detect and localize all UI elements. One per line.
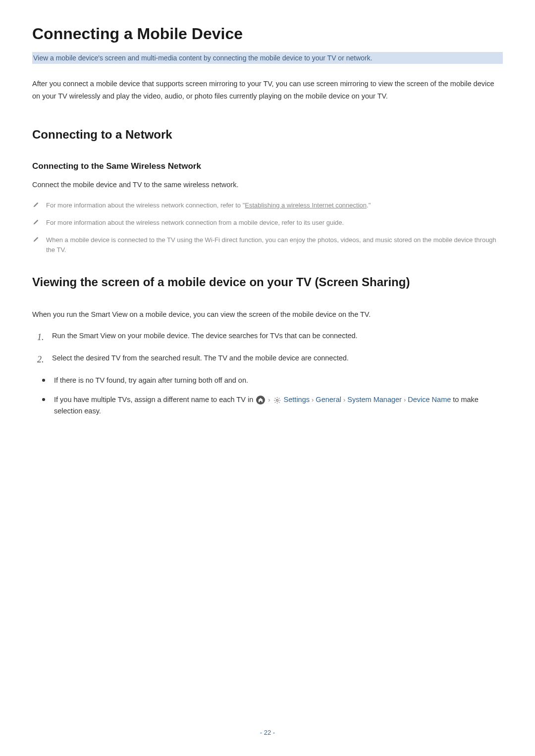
chevron-right-icon: › — [343, 395, 345, 405]
subsection-same-wireless: Connecting to the Same Wireless Network — [32, 161, 503, 171]
chevron-right-icon: › — [268, 395, 270, 405]
nav-settings: Settings — [284, 396, 310, 403]
note-text: For more information about the wireless … — [46, 218, 503, 228]
chevron-right-icon: › — [312, 395, 314, 405]
chevron-right-icon: › — [404, 395, 406, 405]
section-screen-sharing: Viewing the screen of a mobile device on… — [32, 275, 503, 289]
step-item: Run the Smart View on your mobile device… — [32, 330, 503, 345]
pencil-note-icon — [32, 236, 39, 243]
bullet-dot-icon — [42, 398, 45, 401]
gear-icon — [273, 397, 281, 404]
bullet-item: If there is no TV found, try again after… — [32, 375, 503, 386]
step-item: Select the desired TV from the searched … — [32, 353, 503, 367]
section-connecting-network: Connecting to a Network — [32, 128, 503, 142]
nav-system-manager: System Manager — [347, 396, 402, 403]
link-wireless-connection[interactable]: Establishing a wireless Internet connect… — [245, 202, 367, 209]
nav-device-name: Device Name — [408, 396, 451, 403]
subtitle-highlight: View a mobile device's screen and multi-… — [32, 52, 503, 64]
svg-point-0 — [276, 399, 278, 401]
home-icon — [256, 396, 265, 404]
steps-list: Run the Smart View on your mobile device… — [32, 330, 503, 367]
bullet-dot-icon — [42, 379, 45, 382]
note-text: For more information about the wireless … — [46, 201, 503, 211]
note-item: When a mobile device is connected to the… — [32, 235, 503, 256]
note-item: For more information about the wireless … — [32, 218, 503, 228]
note-item: For more information about the wireless … — [32, 201, 503, 211]
bullet-item: If you have multiple TVs, assign a diffe… — [32, 394, 503, 417]
nav-general: General — [316, 396, 341, 403]
section2-intro: When you run the Smart View on a mobile … — [32, 309, 503, 320]
bullet-text: If you have multiple TVs, assign a diffe… — [54, 394, 503, 417]
pencil-note-icon — [32, 202, 39, 208]
main-title: Connecting a Mobile Device — [32, 25, 503, 43]
body-connect-same: Connect the mobile device and TV to the … — [32, 179, 503, 191]
pencil-note-icon — [32, 219, 39, 226]
page-number: - 22 - — [260, 729, 275, 736]
note-text: When a mobile device is connected to the… — [46, 235, 503, 256]
bullet-text: If there is no TV found, try again after… — [54, 375, 503, 386]
intro-text: After you connect a mobile device that s… — [32, 78, 503, 103]
